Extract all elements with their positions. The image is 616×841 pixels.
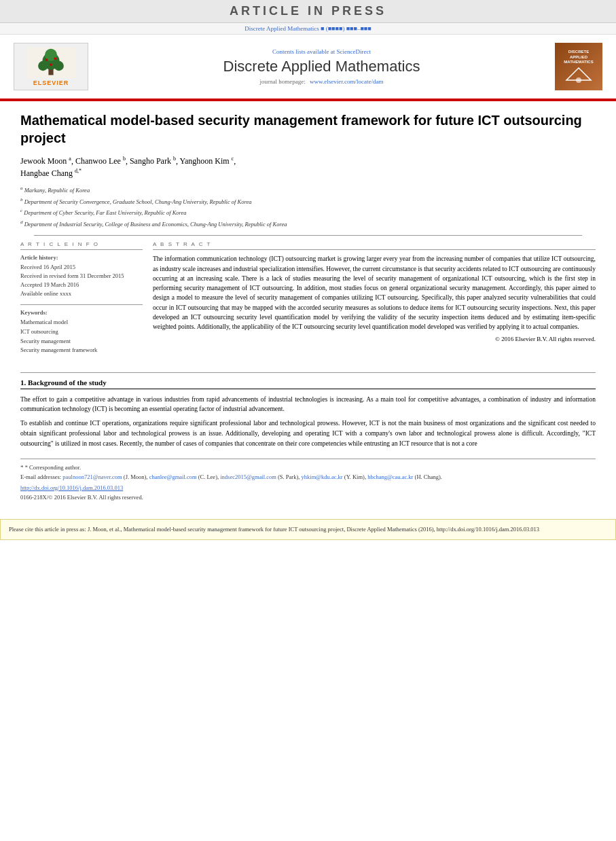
keyword-4: Security management framework bbox=[20, 346, 143, 355]
section1-number: 1. bbox=[20, 378, 26, 387]
affil-c: c Department of Cyber Security, Far East… bbox=[20, 207, 596, 217]
homepage-url[interactable]: www.elsevier.com/locate/dam bbox=[310, 78, 383, 85]
science-direct-line: Contents lists available at ScienceDirec… bbox=[95, 48, 548, 55]
aip-subtitle-text: Discrete Applied Mathematics ■ (■■■■) ■■… bbox=[244, 25, 372, 32]
keywords-label: Keywords: bbox=[20, 309, 143, 316]
doi-link[interactable]: http://dx.doi.org/10.1016/j.dam.2016.03.… bbox=[20, 484, 596, 493]
citation-text: Please cite this article in press as: J.… bbox=[9, 526, 539, 533]
svg-point-8 bbox=[50, 63, 52, 66]
keywords-separator bbox=[20, 304, 143, 305]
email-kim[interactable]: yhkim@kdu.ac.kr bbox=[302, 473, 343, 480]
received-date: Received 16 April 2015 bbox=[20, 263, 143, 272]
affiliations: a Markany, Republic of Korea b Departmen… bbox=[20, 185, 596, 228]
issn-text: 0166-218X/© 2016 Elsevier B.V. All right… bbox=[20, 493, 596, 502]
article-info-column: A R T I C L E I N F O Article history: R… bbox=[20, 241, 143, 361]
article-title: Mathematical model-based security manage… bbox=[20, 111, 596, 147]
corresponding-label: * Corresponding author. bbox=[25, 464, 81, 471]
available-date: Available online xxxx bbox=[20, 289, 143, 298]
elsevier-logo: ELSEVIER bbox=[14, 43, 88, 90]
author-hangbae: Hangbae Chang d,* bbox=[20, 168, 81, 178]
science-direct-link-text[interactable]: ScienceDirect bbox=[337, 48, 371, 55]
body-separator bbox=[20, 372, 596, 373]
main-content: Mathematical model-based security manage… bbox=[0, 101, 616, 509]
email-moon[interactable]: paulnoon721@naver.com bbox=[62, 473, 122, 480]
aip-subtitle: Discrete Applied Mathematics ■ (■■■■) ■■… bbox=[0, 23, 616, 35]
journal-header: ELSEVIER Contents lists available at Sci… bbox=[0, 35, 616, 100]
dam-logo-container: DISCRETEAPPLIEDMATHEMATICS bbox=[548, 43, 602, 90]
authors-line: Jewook Moon a, Chanwoo Lee b, Sangho Par… bbox=[20, 155, 596, 179]
section1-heading: 1. Background of the study bbox=[20, 378, 596, 389]
citation-bar: Please cite this article in press as: J.… bbox=[0, 519, 616, 540]
body-para2: To establish and continue ICT operations… bbox=[20, 418, 596, 448]
section1-title: Background of the study bbox=[28, 378, 107, 387]
corresponding-author-note: * * Corresponding author. bbox=[20, 463, 596, 473]
author-sangho: Sangho Park b bbox=[130, 156, 176, 166]
email-park[interactable]: indsec2015@gmail.com bbox=[220, 473, 276, 480]
keyword-2: ICT outsourcing bbox=[20, 327, 143, 337]
affil-d: d Department of Industrial Security, Col… bbox=[20, 219, 596, 229]
revised-date: Received in revised form 31 December 201… bbox=[20, 272, 143, 281]
author-jewook: Jewook Moon a bbox=[20, 156, 71, 166]
keywords-group: Keywords: Mathematical model ICT outsour… bbox=[20, 309, 143, 355]
elsevier-tree-icon bbox=[24, 48, 78, 78]
copyright-text: © 2016 Elsevier B.V. All rights reserved… bbox=[153, 336, 596, 342]
keyword-1: Mathematical model bbox=[20, 318, 143, 327]
info-abstract-columns: A R T I C L E I N F O Article history: R… bbox=[20, 241, 596, 361]
accepted-date: Accepted 19 March 2016 bbox=[20, 281, 143, 289]
svg-point-4 bbox=[54, 60, 64, 70]
svg-point-3 bbox=[38, 60, 48, 70]
elsevier-text: ELSEVIER bbox=[33, 79, 69, 86]
svg-rect-1 bbox=[48, 69, 53, 75]
journal-center-info: Contents lists available at ScienceDirec… bbox=[95, 48, 548, 85]
affil-b: b Department of Security Convergence, Gr… bbox=[20, 196, 596, 207]
email-label: E-mail addresses: bbox=[20, 473, 61, 480]
homepage-label: journal homepage: bbox=[260, 78, 306, 85]
article-history: Article history: Received 16 April 2015 … bbox=[20, 254, 143, 298]
abstract-text: The information communication technology… bbox=[153, 254, 596, 332]
affil-a: a Markany, Republic of Korea bbox=[20, 185, 596, 195]
section-separator bbox=[34, 235, 582, 236]
svg-point-7 bbox=[54, 57, 57, 60]
contents-text: Contents lists available at bbox=[272, 48, 335, 55]
article-info-label: A R T I C L E I N F O bbox=[20, 241, 143, 250]
email-footnote: E-mail addresses: paulnoon721@naver.com … bbox=[20, 473, 596, 482]
article-history-label: Article history: bbox=[20, 254, 143, 261]
author-chanwoo: Chanwoo Lee b bbox=[75, 156, 126, 166]
aip-banner: ARTICLE IN PRESS bbox=[0, 0, 616, 23]
elsevier-logo-container: ELSEVIER bbox=[14, 43, 95, 90]
abstract-label: A B S T R A C T bbox=[153, 241, 596, 250]
email-lee[interactable]: chanlee@gmail.com bbox=[149, 473, 197, 480]
journal-title: Discrete Applied Mathematics bbox=[95, 58, 548, 75]
journal-homepage-line: journal homepage: www.elsevier.com/locat… bbox=[95, 78, 548, 85]
svg-point-6 bbox=[46, 58, 48, 61]
email-chang[interactable]: hbchang@cau.ac.kr bbox=[367, 473, 413, 480]
dam-logo: DISCRETEAPPLIEDMATHEMATICS bbox=[555, 43, 602, 90]
footnote-area: * * Corresponding author. E-mail address… bbox=[20, 459, 596, 502]
dam-logo-graphic bbox=[565, 67, 592, 84]
svg-point-10 bbox=[576, 77, 581, 83]
keyword-3: Security management bbox=[20, 337, 143, 346]
author-yanghoon: Yanghoon Kim c bbox=[179, 156, 234, 166]
abstract-column: A B S T R A C T The information communic… bbox=[153, 241, 596, 361]
body-section-1: 1. Background of the study The effort to… bbox=[20, 372, 596, 449]
keywords-list: Mathematical model ICT outsourcing Secur… bbox=[20, 318, 143, 355]
body-para1: The effort to gain a competitive advanta… bbox=[20, 395, 596, 414]
aip-banner-text: ARTICLE IN PRESS bbox=[230, 4, 386, 18]
